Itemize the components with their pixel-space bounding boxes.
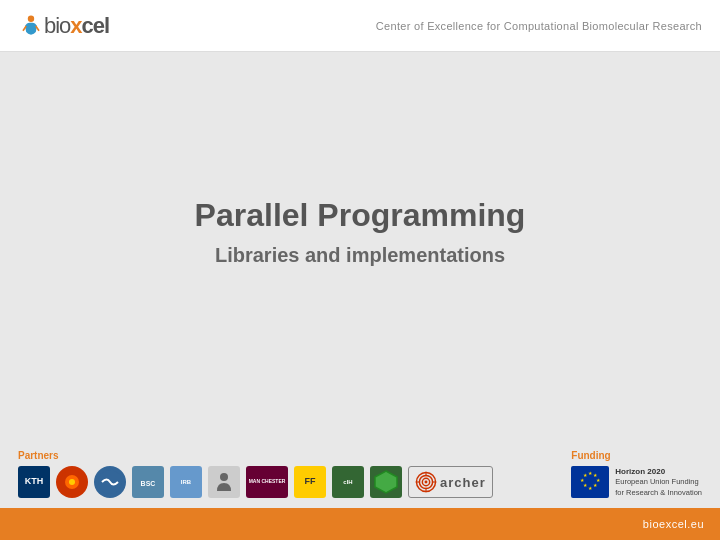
svg-point-12 <box>425 481 428 484</box>
archer-text: archer <box>440 475 486 490</box>
footer-section: Partners KTH BSC IRB MAN CHESTER <box>0 440 720 508</box>
partner-logo-ff: FF <box>294 466 326 498</box>
partner-logo-manchester: MAN CHESTER <box>246 466 288 498</box>
horizon-text: Horizon 2020 European Union Funding for … <box>615 466 702 499</box>
partner-logo-sun <box>56 466 88 498</box>
bottom-bar-link: bioexcel.eu <box>643 518 704 530</box>
bioexcel-logo: bioxcel <box>18 13 109 39</box>
svg-marker-8 <box>375 471 397 493</box>
svg-point-3 <box>69 479 75 485</box>
svg-point-0 <box>28 15 34 21</box>
main-content: Parallel Programming Libraries and imple… <box>0 52 720 412</box>
partners-logos-row: KTH BSC IRB MAN CHESTER FF cI <box>18 466 493 498</box>
partners-label: Partners <box>18 450 493 461</box>
partner-logo-irb: IRB <box>170 466 202 498</box>
partner-logo-kth: KTH <box>18 466 50 498</box>
main-title: Parallel Programming <box>195 197 526 234</box>
logo-icon <box>19 14 43 38</box>
partner-logo-cih: cIH <box>332 466 364 498</box>
main-subtitle: Libraries and implementations <box>215 244 505 267</box>
eu-flag-icon: ★ ★ ★ ★ ★ ★ ★ ★ <box>573 468 607 496</box>
header: bioxcel Center of Excellence for Computa… <box>0 0 720 52</box>
bottom-bar: bioexcel.eu <box>0 508 720 540</box>
funding-block: Funding ★ ★ ★ ★ ★ ★ ★ ★ <box>571 450 702 499</box>
partner-logo-csic <box>208 466 240 498</box>
svg-text:BSC: BSC <box>141 480 156 487</box>
eu-flag-badge: ★ ★ ★ ★ ★ ★ ★ ★ <box>571 466 609 498</box>
header-tagline: Center of Excellence for Computational B… <box>376 20 702 32</box>
archer-target-icon <box>415 471 437 493</box>
partners-block: Partners KTH BSC IRB MAN CHESTER <box>18 450 493 498</box>
partner-logo-green <box>370 466 402 498</box>
funding-label: Funding <box>571 450 702 461</box>
funding-logos: ★ ★ ★ ★ ★ ★ ★ ★ Horizon 2020 European Un… <box>571 466 702 499</box>
svg-point-7 <box>220 473 228 481</box>
partner-logo-wave <box>94 466 126 498</box>
archer-logo: archer <box>408 466 493 498</box>
logo-text: bioxcel <box>44 13 109 39</box>
partner-logo-bsc: BSC <box>132 466 164 498</box>
